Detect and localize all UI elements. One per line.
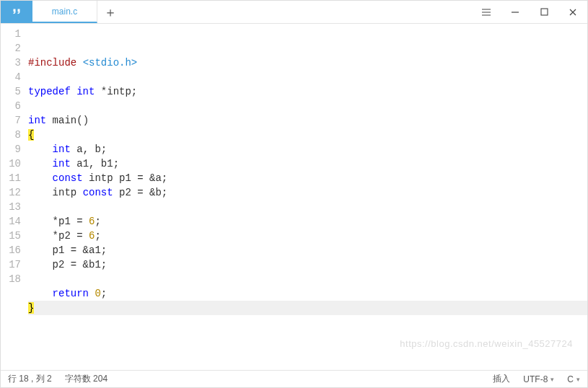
line-number: 4 <box>1 70 21 84</box>
title-spacer <box>123 1 472 23</box>
code-token: int <box>76 86 95 97</box>
maximize-icon <box>540 8 548 16</box>
code-line[interactable]: intp const p2 = &b; <box>28 185 587 200</box>
code-token <box>28 172 53 184</box>
new-tab-button[interactable]: ＋ <box>97 1 123 23</box>
maximize-button[interactable] <box>530 1 558 23</box>
code-line[interactable]: typedef int *intp; <box>28 84 587 99</box>
code-token: *intp; <box>95 86 137 97</box>
code-line[interactable]: { <box>28 128 587 142</box>
quote-icon <box>10 6 23 19</box>
titlebar: main.c ＋ <box>1 1 587 24</box>
status-language[interactable]: C▾ <box>567 374 580 384</box>
tab-label: main.c <box>52 6 77 17</box>
code-line[interactable]: int a, b; <box>28 142 587 156</box>
line-number: 13 <box>1 200 21 214</box>
close-button[interactable] <box>558 1 587 23</box>
code-token <box>28 158 53 169</box>
code-line[interactable]: p2 = &b1; <box>28 257 587 272</box>
app-icon[interactable] <box>1 1 32 23</box>
svg-rect-0 <box>10 6 23 19</box>
code-token <box>28 144 53 155</box>
code-token: int <box>53 158 71 169</box>
line-number: 16 <box>1 243 21 257</box>
chevron-down-icon: ▾ <box>550 376 554 383</box>
close-icon <box>569 8 577 17</box>
code-token <box>76 57 82 69</box>
code-token: ; <box>101 288 107 299</box>
line-number: 3 <box>1 56 21 70</box>
code-token: ; <box>95 230 100 242</box>
code-token: p1 = &a1; <box>28 244 107 256</box>
code-token: *p2 = <box>28 230 89 242</box>
minimize-icon <box>511 8 519 17</box>
code-token: p2 = &b; <box>113 187 168 198</box>
code-line[interactable]: int a1, b1; <box>28 156 587 171</box>
code-token: 0 <box>95 288 100 299</box>
code-token: ; <box>95 216 100 227</box>
code-token: { <box>28 129 34 141</box>
tab-main-c[interactable]: main.c <box>32 1 97 23</box>
code-line[interactable]: } <box>28 301 587 315</box>
line-number: 2 <box>1 41 21 56</box>
code-area[interactable]: #include <stdio.h>typedef int *intp;int … <box>28 27 587 370</box>
status-encoding-label: UTF-8 <box>523 374 548 384</box>
line-number: 1 <box>1 27 21 41</box>
gutter: 123456789101112131415161718 <box>1 27 28 370</box>
svg-rect-1 <box>541 9 548 15</box>
status-encoding[interactable]: UTF-8▾ <box>523 374 554 384</box>
editor[interactable]: 123456789101112131415161718 #include <st… <box>1 24 587 370</box>
code-line[interactable] <box>28 70 587 84</box>
minimize-button[interactable] <box>501 1 530 23</box>
code-token <box>28 288 53 299</box>
line-number: 14 <box>1 214 21 229</box>
code-token: <stdio.h> <box>83 57 138 69</box>
code-token <box>71 86 76 97</box>
code-line[interactable]: #include <stdio.h> <box>28 56 587 70</box>
code-token: #include <box>28 57 76 69</box>
code-line[interactable]: *p1 = 6; <box>28 214 587 229</box>
menu-button[interactable] <box>472 1 501 23</box>
code-token: const <box>83 187 113 198</box>
code-token: int <box>53 144 71 155</box>
hamburger-icon <box>481 7 491 17</box>
code-token: int <box>28 115 46 126</box>
code-line[interactable]: return 0; <box>28 286 587 301</box>
code-token: return <box>53 288 89 299</box>
chevron-down-icon: ▾ <box>576 376 580 383</box>
code-line[interactable]: const intp p1 = &a; <box>28 171 587 185</box>
line-number: 5 <box>1 84 21 99</box>
code-token: intp p1 = &a; <box>83 172 168 184</box>
code-line[interactable]: int main() <box>28 113 587 128</box>
status-cursor-pos[interactable]: 行 18 , 列 2 <box>8 373 52 385</box>
line-number: 17 <box>1 257 21 272</box>
line-number: 15 <box>1 229 21 243</box>
line-number: 8 <box>1 128 21 142</box>
code-token: const <box>53 172 83 184</box>
code-line[interactable]: p1 = &a1; <box>28 243 587 257</box>
code-token: main() <box>46 115 89 126</box>
status-insert-mode[interactable]: 插入 <box>493 373 510 385</box>
line-number: 9 <box>1 142 21 156</box>
line-number: 12 <box>1 185 21 200</box>
line-number: 6 <box>1 99 21 113</box>
line-number: 7 <box>1 113 21 128</box>
code-token: a, b; <box>71 144 107 155</box>
code-token: p2 = &b1; <box>28 259 107 270</box>
status-char-count[interactable]: 字符数 204 <box>65 373 107 385</box>
line-number: 18 <box>1 272 21 286</box>
watermark: https://blog.csdn.net/weixin_45527724 <box>400 337 573 351</box>
code-token: a1, b1; <box>71 158 119 169</box>
code-line[interactable] <box>28 272 587 286</box>
code-line[interactable] <box>28 99 587 113</box>
line-number: 10 <box>1 156 21 171</box>
code-line[interactable]: *p2 = 6; <box>28 229 587 243</box>
code-token: typedef <box>28 86 71 97</box>
statusbar: 行 18 , 列 2 字符数 204 插入 UTF-8▾ C▾ <box>1 370 587 387</box>
code-token: intp <box>28 187 83 198</box>
code-token: *p1 = <box>28 216 89 227</box>
status-language-label: C <box>567 374 574 384</box>
line-number: 11 <box>1 171 21 185</box>
code-token: } <box>28 302 34 314</box>
code-line[interactable] <box>28 200 587 214</box>
